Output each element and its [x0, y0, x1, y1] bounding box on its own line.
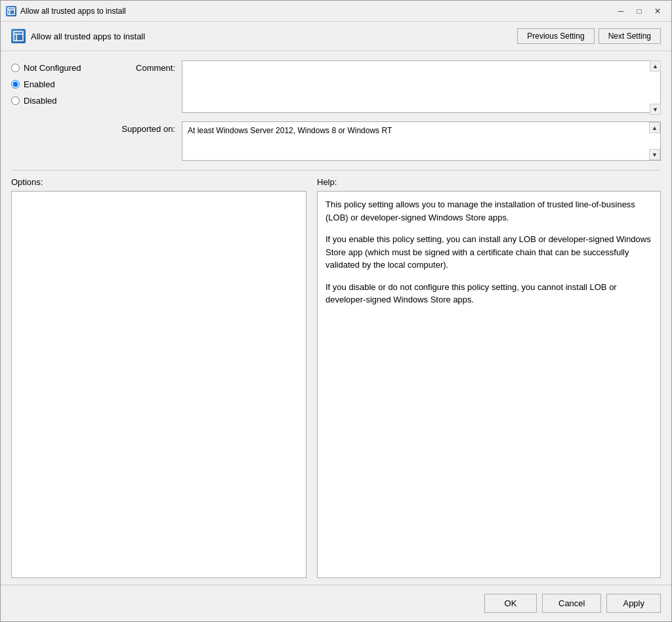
comment-label: Comment:: [110, 60, 175, 73]
supported-field-row: Supported on: At least Windows Server 20…: [110, 121, 661, 161]
options-help-section: Options: Help: This policy setting allow…: [1, 171, 671, 585]
enabled-label: Enabled: [24, 79, 55, 89]
close-button[interactable]: ✕: [649, 5, 666, 18]
ok-button[interactable]: OK: [484, 594, 537, 613]
cancel-button[interactable]: Cancel: [542, 594, 601, 613]
footer: OK Cancel Apply: [1, 585, 671, 621]
main-window: Allow all trusted apps to install ─ □ ✕ …: [0, 0, 672, 622]
maximize-button[interactable]: □: [631, 5, 648, 18]
header-section: Allow all trusted apps to install Previo…: [1, 22, 671, 51]
options-box: [11, 191, 306, 578]
comment-scroll-down[interactable]: ▼: [650, 104, 661, 115]
disabled-label: Disabled: [24, 96, 57, 106]
apply-button[interactable]: Apply: [606, 594, 661, 613]
header-buttons: Previous Setting Next Setting: [517, 28, 661, 44]
help-panel: Help: This policy setting allows you to …: [317, 177, 661, 578]
header-left: Allow all trusted apps to install: [11, 29, 145, 43]
help-box: This policy setting allows you to manage…: [317, 191, 661, 578]
not-configured-option[interactable]: Not Configured: [11, 63, 96, 73]
options-panel: Options:: [11, 177, 306, 578]
help-text: This policy setting allows you to manage…: [326, 198, 652, 306]
not-configured-label: Not Configured: [24, 63, 81, 73]
not-configured-radio[interactable]: [11, 64, 20, 72]
comment-input-wrapper: ▲ ▼: [182, 60, 661, 115]
supported-scroll-down[interactable]: ▼: [649, 149, 660, 160]
window-title: Allow all trusted apps to install: [20, 7, 612, 16]
previous-setting-button[interactable]: Previous Setting: [517, 28, 594, 44]
supported-scroll-up[interactable]: ▲: [649, 122, 660, 133]
main-section: Not Configured Enabled Disabled Comment:: [1, 51, 671, 170]
radio-group: Not Configured Enabled Disabled: [11, 63, 96, 161]
enabled-radio[interactable]: [11, 80, 20, 89]
supported-input-wrapper: At least Windows Server 2012, Windows 8 …: [182, 121, 661, 161]
supported-label: Supported on:: [110, 121, 175, 134]
enabled-option[interactable]: Enabled: [11, 79, 96, 89]
window-controls: ─ □ ✕: [612, 5, 666, 18]
svg-rect-0: [8, 8, 14, 14]
svg-rect-3: [14, 31, 23, 41]
comment-field-row: Comment: ▲ ▼: [110, 60, 661, 115]
help-label: Help:: [317, 177, 661, 187]
comment-textarea[interactable]: [182, 60, 661, 113]
disabled-radio[interactable]: [11, 96, 20, 105]
fields-section: Comment: ▲ ▼ Supported on: At least Wind…: [110, 60, 661, 161]
comment-scroll-up[interactable]: ▲: [650, 60, 661, 72]
disabled-option[interactable]: Disabled: [11, 96, 96, 106]
title-bar: Allow all trusted apps to install ─ □ ✕: [1, 1, 671, 22]
options-label: Options:: [11, 177, 306, 187]
minimize-button[interactable]: ─: [612, 5, 629, 18]
next-setting-button[interactable]: Next Setting: [598, 28, 661, 44]
content-area: Allow all trusted apps to install Previo…: [1, 22, 671, 621]
header-title: Allow all trusted apps to install: [31, 31, 145, 41]
supported-area: At least Windows Server 2012, Windows 8 …: [182, 121, 661, 161]
window-icon: [6, 6, 16, 16]
supported-text: At least Windows Server 2012, Windows 8 …: [182, 122, 660, 139]
header-icon: [11, 29, 26, 43]
